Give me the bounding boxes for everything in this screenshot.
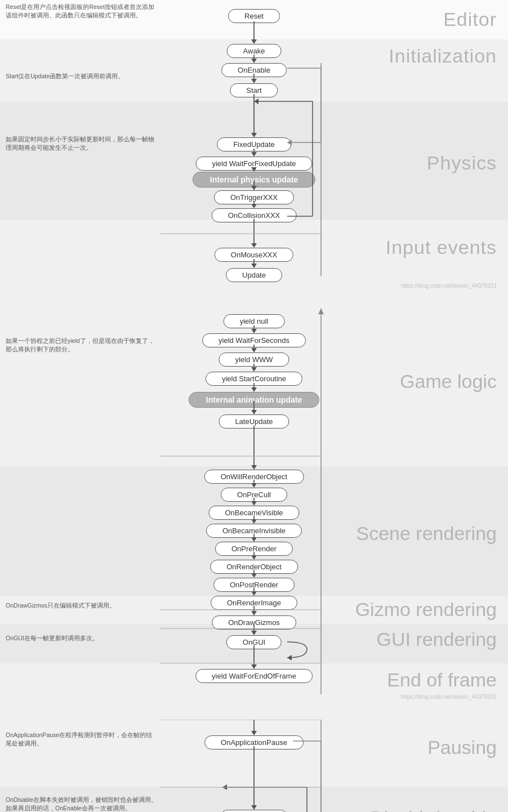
- gui-rendering-label: GUI rendering: [376, 628, 497, 650]
- input-events-label: Input events: [386, 237, 497, 258]
- end-of-frame-label: End of frame: [387, 669, 497, 691]
- onbecameinvisible-node: OnBecameInvisible: [206, 524, 302, 538]
- awake-node: Awake: [227, 44, 282, 58]
- yield-null-node: yield null: [224, 314, 285, 328]
- internal-animation-node: Internal animation update: [189, 392, 319, 408]
- onbecamevisible-node: OnBecameVisible: [208, 506, 299, 520]
- gizmo-rendering-label: Gizmo rendering: [355, 599, 497, 621]
- initialization-annotation: Start仅在Update函数第一次被调用前调用。: [6, 72, 124, 81]
- oncollisionxxx-node: OnCollisionXXX: [212, 208, 297, 222]
- gui-annotation: OnGUI在每一帧更新时调用多次。: [6, 634, 99, 643]
- game-logic-annotation: 如果一个协程之前已经yield了，但是现在由于恢复了，那么将执行剩下的部分。: [6, 337, 158, 353]
- pausing-label: Pausing: [427, 737, 497, 759]
- onrenderobject-node: OnRenderObject: [210, 560, 298, 574]
- disable-enable-label: Disable/enable: [370, 807, 497, 812]
- gizmo-annotation: OnDrawGizmos只在编辑模式下被调用。: [6, 601, 115, 610]
- pausing-annotation: OnApplicationPause在程序检测到暂停时，会在帧的结尾处被调用。: [6, 731, 158, 747]
- onmousexxx-node: OnMouseXXX: [215, 248, 293, 262]
- yield-waitforfixedupdate-node: yield WaitForFixedUpdate: [195, 157, 312, 171]
- ongui-node: OnGUI: [226, 635, 282, 649]
- yield-startcoroutine-node: yield StartCoroutine: [206, 372, 302, 386]
- onenable-node: OnEnable: [221, 63, 287, 77]
- lateupdate-node: LateUpdate: [219, 414, 289, 429]
- game-logic-label: Game logic: [400, 371, 497, 392]
- fixedupdate-node: FixedUpdate: [217, 137, 291, 151]
- editor-annotation: Reset是在用户点击检视面板的Reset按钮或者首次添加该组件时被调用。此函数…: [6, 3, 158, 19]
- update-node: Update: [226, 268, 282, 282]
- internal-physics-node: Internal physics update: [193, 172, 315, 188]
- physics-label: Physics: [427, 152, 497, 174]
- onprerender-node: OnPreRender: [215, 542, 293, 556]
- ondrawgizmos-node: OnDrawGizmos: [212, 615, 296, 630]
- onapplicationpause-node: OnApplicationPause: [204, 735, 304, 749]
- yield-waitforendofframe-node: yield WaitForEndOfFrame: [195, 669, 313, 683]
- yield-www-node: yield WWW: [219, 353, 289, 367]
- disable-enable-annotation: OnDisable在脚本失效时被调用，被销毁时也会被调用。如果再启用的话，OnE…: [6, 796, 158, 812]
- onwillrenderobject-node: OnWillRenderObject: [204, 470, 304, 484]
- onpostrender-node: OnPostRender: [213, 578, 295, 592]
- ondisable-node: OnDisable: [221, 810, 288, 812]
- scene-rendering-label: Scene rendering: [356, 523, 497, 545]
- yield-waitforseconds-node: yield WaitForSeconds: [202, 333, 306, 347]
- start-node: Start: [230, 83, 278, 97]
- editor-label: Editor: [443, 8, 497, 30]
- reset-node: Reset: [228, 9, 280, 23]
- physics-annotation: 如果固定时间步长小于实际帧更新时间，那么每一帧物理周期将会可能发生不止一次。: [6, 135, 158, 151]
- watermark-1: https://blog.csdn.net/weixin_44079331: [401, 283, 497, 289]
- ontriggerxxx-node: OnTriggerXXX: [214, 190, 294, 204]
- onprecull-node: OnPreCull: [221, 488, 287, 502]
- initialization-label: Initialization: [389, 45, 497, 67]
- watermark-2: https://blog.csdn.net/weixin_44079331: [401, 694, 497, 700]
- full-diagram: Editor Initialization Physics Input even…: [0, 0, 508, 812]
- onrenderimage-node: OnRenderImage: [211, 596, 297, 610]
